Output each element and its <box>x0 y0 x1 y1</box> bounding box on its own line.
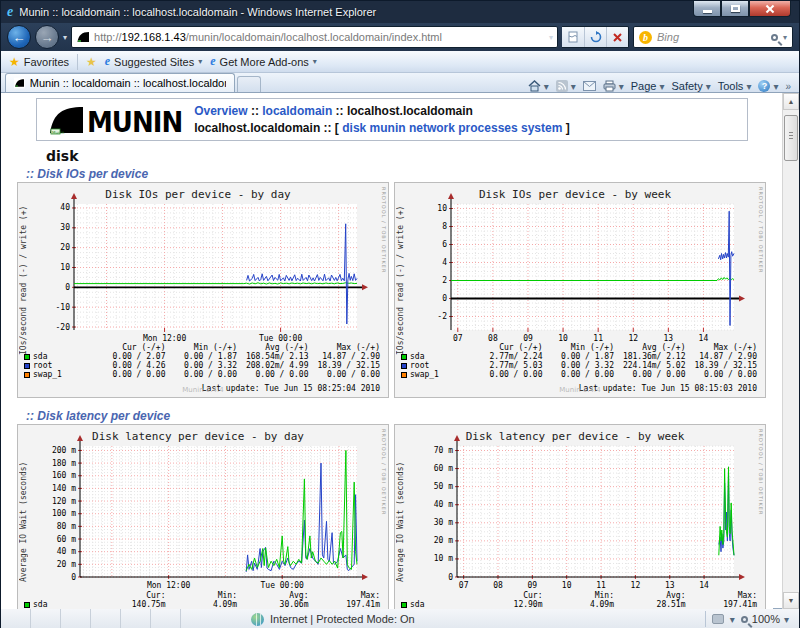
page-menu[interactable]: Page▾ <box>631 80 665 92</box>
back-button[interactable]: ← <box>7 25 31 49</box>
legend-value: 30.06m <box>239 600 311 609</box>
legend-row-swap_1: swap_10.00 / 0.000.00 / 0.000.00 / 0.000… <box>24 370 382 379</box>
history-dropdown-icon[interactable]: ▾ <box>63 33 67 42</box>
svg-text:14: 14 <box>699 334 709 343</box>
munin-logo: Munin MUNIN <box>45 103 182 137</box>
scroll-up-button[interactable]: ▲ <box>783 93 799 110</box>
stop-button[interactable] <box>606 27 628 47</box>
legend-series-name: root <box>401 361 473 370</box>
legend-header: Min (-/+) <box>168 343 240 352</box>
svg-text:13: 13 <box>665 581 675 590</box>
svg-text:40 m: 40 m <box>57 547 76 556</box>
add-favorite-icon[interactable]: ★ <box>86 55 97 69</box>
favorites-bar: ★ Favorites ★ e Suggested Sites ▾ e Get … <box>1 51 799 73</box>
suggested-sites-button[interactable]: e Suggested Sites ▾ <box>105 54 202 69</box>
scroll-down-button[interactable]: ▼ <box>783 592 799 609</box>
graph-title: Disk latency per device - by week <box>395 430 755 443</box>
forward-button[interactable]: → <box>35 25 59 49</box>
mail-button[interactable] <box>583 81 596 91</box>
tab-munin[interactable]: Munin :: localdomain :: localhost.locald… <box>5 73 235 92</box>
refresh-button[interactable] <box>584 27 606 47</box>
system-link[interactable]: system <box>521 121 562 135</box>
vertical-scrollbar[interactable]: ▲ ▼ <box>782 93 799 609</box>
sda-swatch-icon <box>401 602 407 608</box>
settings-icon[interactable] <box>712 614 724 624</box>
svg-text:70 m: 70 m <box>434 446 453 455</box>
get-addons-button[interactable]: e Get More Add-ons ▾ <box>210 54 317 69</box>
maximize-button[interactable] <box>721 1 749 17</box>
close-button[interactable] <box>749 1 791 17</box>
overview-link[interactable]: Overview <box>194 104 247 118</box>
favorites-button[interactable]: ★ Favorites <box>9 55 69 69</box>
graph-plot[interactable]: 200 m180 m160 m140 m120 m100 m80 m60 m40… <box>18 425 388 609</box>
graph-panel-disk-latency-day: 200 m180 m160 m140 m120 m100 m80 m60 m40… <box>17 424 389 609</box>
legend-header: Min: <box>545 591 617 600</box>
suggested-sites-label: Suggested Sites <box>114 56 194 68</box>
munin-link[interactable]: munin <box>370 121 406 135</box>
tools-menu[interactable]: Tools▾ <box>718 80 752 92</box>
legend-header-row: Cur (-/+)Min (-/+)Avg (-/+)Max (-/+) <box>24 343 382 352</box>
search-dropdown-icon[interactable]: ▾ <box>783 33 787 42</box>
munin-header: Munin MUNIN Overview :: localdomain :: l… <box>36 98 748 141</box>
legend-name-spacer <box>24 343 96 352</box>
legend-name-spacer <box>24 591 96 600</box>
legend-series-name: sda <box>24 352 96 361</box>
graph-legend: Cur:Min:Avg:Max:sda140.75m4.09m30.06m197… <box>24 591 382 609</box>
svg-text:13: 13 <box>664 334 674 343</box>
svg-text:10: 10 <box>60 263 70 272</box>
graph-title: Disk latency per device - by day <box>18 430 378 443</box>
svg-text:50 m: 50 m <box>434 482 453 491</box>
processes-link[interactable]: processes <box>458 121 517 135</box>
svg-text:140 m: 140 m <box>52 484 76 493</box>
svg-text:60 m: 60 m <box>434 464 453 473</box>
network-link[interactable]: network <box>409 121 455 135</box>
safety-menu[interactable]: Safety▾ <box>671 80 710 92</box>
search-icon[interactable] <box>771 34 778 41</box>
legend-name-spacer <box>401 591 473 600</box>
svg-text:14: 14 <box>699 581 709 590</box>
legend-value: 0.00 / 0.00 <box>311 370 383 379</box>
legend-value: 0.00 / 0.00 <box>168 370 240 379</box>
svg-text:09: 09 <box>528 581 538 590</box>
url-field[interactable]: http://192.168.1.43/munin/localdomain/lo… <box>71 26 558 48</box>
zoom-control[interactable]: 100% ▾ <box>741 613 789 625</box>
legend-value: 0.00 / 0.00 <box>616 370 688 379</box>
home-icon <box>528 80 541 92</box>
localdomain-link[interactable]: localdomain <box>262 104 332 118</box>
zoom-level: 100% <box>752 613 780 625</box>
svg-text:0: 0 <box>65 283 70 292</box>
svg-text:0: 0 <box>71 573 76 582</box>
graph-plot[interactable]: 70 m60 m50 m40 m30 m20 m10 m007080910111… <box>395 425 765 609</box>
home-button[interactable]: ▾ <box>528 80 549 92</box>
rrdtool-watermark: RRDTOOL / TOBI OETIKER <box>758 187 764 273</box>
search-box[interactable]: b Bing ▾ <box>633 26 793 48</box>
compatibility-view-button[interactable] <box>562 27 584 47</box>
chevron-down-icon[interactable]: ▾ <box>730 614 735 625</box>
help-menu[interactable]: ?▾ <box>758 80 778 92</box>
section-disk-latency-link[interactable]: :: Disk latency per device <box>26 409 170 423</box>
title-bar: e Munin :: localdomain :: localhost.loca… <box>1 1 799 23</box>
graph-panel-disk-latency-week: 70 m60 m50 m40 m30 m20 m10 m007080910111… <box>394 424 766 609</box>
chevron-down-icon: ▾ <box>784 614 789 625</box>
graph-panel-disk-ios-day: 403020100-10-20Mon 12:00Tue 00:00Disk IO… <box>17 182 389 398</box>
graph-y-axis-label: IOs/second read (-) / write (+) <box>19 203 30 357</box>
print-button[interactable]: ▾ <box>603 80 624 92</box>
legend-name-spacer <box>401 343 473 352</box>
disk-link[interactable]: disk <box>342 121 366 135</box>
svg-text:Munin: Munin <box>52 129 65 134</box>
legend-row-swap_1: swap_10.00 / 0.000.00 / 0.000.00 / 0.000… <box>401 370 759 379</box>
feeds-button[interactable]: ▾ <box>556 80 576 92</box>
maximize-icon <box>731 5 740 12</box>
legend-header: Avg: <box>616 591 688 600</box>
scrollbar-thumb[interactable] <box>784 115 798 161</box>
legend-value: 197.41m <box>688 600 760 609</box>
browser-viewport: Munin MUNIN Overview :: localdomain :: l… <box>1 93 799 609</box>
overflow-chevron-icon[interactable]: » <box>785 81 791 92</box>
munin-page: Munin MUNIN Overview :: localdomain :: l… <box>1 93 773 609</box>
section-disk-ios-link[interactable]: :: Disk IOs per device <box>26 167 148 181</box>
minimize-button[interactable] <box>693 1 721 17</box>
svg-text:Tue 00:00: Tue 00:00 <box>259 334 303 343</box>
url-dropdown-icon[interactable]: ▾ <box>549 33 553 42</box>
new-tab-button[interactable] <box>237 76 261 92</box>
graph-y-axis-label: Average IO Wait (seconds) <box>19 445 30 599</box>
